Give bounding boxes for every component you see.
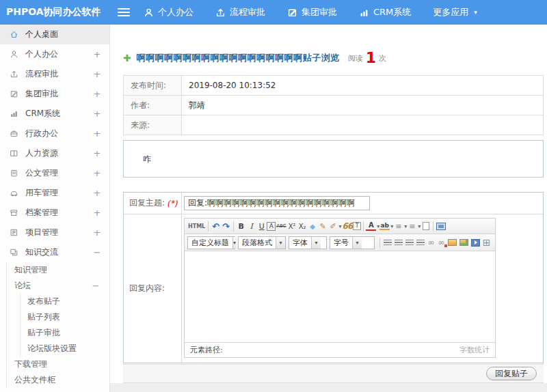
collapse-toggle[interactable]: − — [93, 247, 101, 257]
reply-form: 回复主题: (*) 回复内容: HTML — [123, 192, 544, 363]
sidebar-item-post-approval[interactable]: 贴子审批 — [21, 325, 109, 341]
expand-toggle[interactable]: + — [93, 168, 101, 178]
custom-title-select[interactable]: 自定义标题 ▾ — [187, 236, 235, 249]
auto-typeset-icon[interactable]: ✐ — [328, 220, 338, 232]
insert-table-icon[interactable]: ⊞ — [481, 236, 492, 249]
read-unit: 次 — [379, 53, 386, 64]
expand-toggle[interactable]: + — [93, 188, 101, 198]
insert-video-icon[interactable] — [471, 239, 480, 247]
underline-button[interactable]: U — [256, 220, 267, 232]
sidebar-item-forum-settings[interactable]: 论坛版块设置 — [21, 341, 109, 356]
editor-content-area[interactable] — [185, 251, 495, 342]
reply-subject-row: 回复主题: (*) — [124, 193, 543, 214]
expand-toggle[interactable]: + — [93, 89, 101, 99]
bold-button[interactable]: B — [236, 220, 246, 232]
caret-down-icon: ▾ — [311, 237, 321, 249]
word-count-label[interactable]: 字数统计 — [459, 345, 490, 355]
expand-toggle[interactable]: + — [93, 69, 101, 79]
topnav-more-apps[interactable]: 更多应用 ▾ — [433, 6, 477, 18]
reply-subject-label: 回复主题: (*) — [124, 193, 182, 214]
sidebar-item-forum[interactable]: 论坛 − — [7, 278, 109, 294]
sidebar-item-admin-office[interactable]: 行政办公 + — [0, 124, 109, 143]
expand-toggle[interactable]: + — [93, 49, 101, 59]
superscript-button[interactable]: X² — [287, 220, 297, 232]
reply-content-label: 回复内容: — [124, 214, 182, 363]
insert-image-icon[interactable] — [448, 239, 457, 246]
sidebar-item-post-create[interactable]: 发布贴子 — [21, 294, 109, 309]
post-info-table: 发布时间: 2019-08-20 10:13:52 作者: 郭靖 来源: — [123, 75, 544, 135]
strikethrough-button[interactable]: ABC — [276, 220, 286, 232]
flow-approve-icon — [9, 69, 19, 79]
sidebar-item-public-cabinet[interactable]: 公共文件柜 — [7, 372, 109, 388]
submit-bar: 回复贴子 — [123, 364, 544, 383]
font-color-button[interactable]: A — [366, 222, 376, 231]
font-family-select[interactable]: 字体 ▾ — [289, 236, 327, 249]
italic-button[interactable]: I — [246, 220, 256, 232]
anchor-icon[interactable]: ∞ — [436, 236, 446, 249]
sidebar-item-group-approval[interactable]: 集团审批 + — [0, 84, 109, 104]
hamburger-menu-icon[interactable] — [118, 8, 130, 16]
redo-icon[interactable]: ↷ — [221, 220, 231, 232]
expand-toggle[interactable]: + — [93, 128, 101, 139]
align-right-icon[interactable] — [405, 240, 414, 246]
unordered-list-button[interactable]: ≡ — [407, 220, 417, 232]
collapse-toggle[interactable]: − — [92, 281, 100, 291]
post-body: 咋 — [123, 140, 544, 178]
sidebar-item-flow-approval[interactable]: 流程审批 + — [0, 64, 109, 84]
topnav-personal-office[interactable]: 个人办公 — [144, 6, 194, 18]
subscript-button[interactable]: X₂ — [297, 220, 308, 232]
ordered-list-button[interactable]: ≡ — [393, 220, 403, 232]
sidebar-item-crm[interactable]: CRM系统 + — [0, 104, 109, 124]
align-center-icon[interactable] — [395, 240, 403, 246]
expand-toggle[interactable]: + — [93, 208, 101, 218]
sidebar-item-hr[interactable]: 人力资源 + — [0, 143, 109, 163]
expand-toggle[interactable]: + — [93, 148, 101, 158]
sidebar-item-project-mgmt[interactable]: 项目管理 + — [0, 223, 109, 242]
page-bottom-strip — [110, 383, 547, 392]
sidebar-item-vehicle-mgmt[interactable]: 用车管理 + — [0, 183, 109, 203]
topnav-crm[interactable]: CRM系统 — [359, 6, 411, 18]
topnav-label: 流程审批 — [230, 6, 265, 18]
undo-icon[interactable]: ↶ — [211, 220, 221, 232]
html-source-button[interactable]: HTML — [187, 220, 206, 232]
app-logo[interactable]: PHPOA协同办公软件 — [0, 6, 109, 18]
fullscreen-icon[interactable] — [436, 223, 446, 230]
font-size-select[interactable]: 字号 ▾ — [330, 236, 375, 249]
format-brush-icon[interactable]: ✎ — [318, 220, 328, 232]
blockquote-button[interactable]: 66 — [342, 220, 353, 232]
sidebar-item-personal-office[interactable]: 个人办公 + — [0, 44, 109, 64]
font-border-button[interactable]: A — [267, 222, 276, 231]
align-left-icon[interactable] — [384, 240, 392, 246]
highlight-color-button[interactable]: ab — [379, 222, 390, 230]
table-row: 发布时间: 2019-08-20 10:13:52 — [124, 76, 544, 96]
paragraph-format-select[interactable]: 段落格式 ▾ — [238, 236, 286, 249]
sidebar-item-download-mgmt[interactable]: 下载管理 — [7, 356, 109, 372]
expand-toggle[interactable]: + — [93, 227, 101, 238]
remove-format-icon[interactable]: ◆ — [308, 220, 318, 232]
reply-subject-input[interactable] — [184, 196, 370, 210]
topnav-group-approval[interactable]: 集团审批 — [287, 6, 337, 18]
caret-down-icon: ▾ — [352, 237, 362, 249]
publish-time-value: 2019-08-20 10:13:52 — [182, 76, 544, 96]
insert-scene-image-icon[interactable] — [459, 239, 468, 246]
new-document-icon[interactable] — [423, 222, 429, 230]
link-icon[interactable]: ∞ — [426, 236, 436, 249]
topnav-flow-approval[interactable]: 流程审批 — [215, 6, 265, 18]
sidebar-item-knowledge-mgmt[interactable]: 知识管理 — [7, 262, 109, 278]
user-icon — [144, 8, 154, 18]
sidebar-item-post-list[interactable]: 贴子列表 — [21, 309, 109, 325]
home-icon — [9, 29, 19, 40]
table-row: 来源: — [124, 115, 544, 135]
sidebar-item-document-mgmt[interactable]: 公文管理 + — [0, 163, 109, 183]
paste-plain-button[interactable]: T — [353, 222, 361, 230]
align-justify-icon[interactable] — [416, 240, 425, 246]
reply-submit-button[interactable]: 回复贴子 — [486, 367, 537, 380]
topbar: PHPOA协同办公软件 个人办公 流程审批 集团审批 CRM系统 — [0, 0, 547, 25]
editor-toolbar-row1: HTML ↶ ↷ B I U A ABC X² X₂ ◆ — [185, 219, 495, 234]
sidebar-item-knowledge-exchange[interactable]: 知识交流 − — [0, 242, 109, 262]
sidebar-item-desktop[interactable]: 个人桌面 — [0, 25, 109, 44]
sidebar-item-archive-mgmt[interactable]: 档案管理 + — [0, 203, 109, 223]
top-navigation: 个人办公 流程审批 集团审批 CRM系统 更多应用 ▾ — [144, 6, 499, 18]
expand-toggle[interactable]: + — [93, 109, 101, 119]
flow-approve-icon — [215, 8, 226, 18]
